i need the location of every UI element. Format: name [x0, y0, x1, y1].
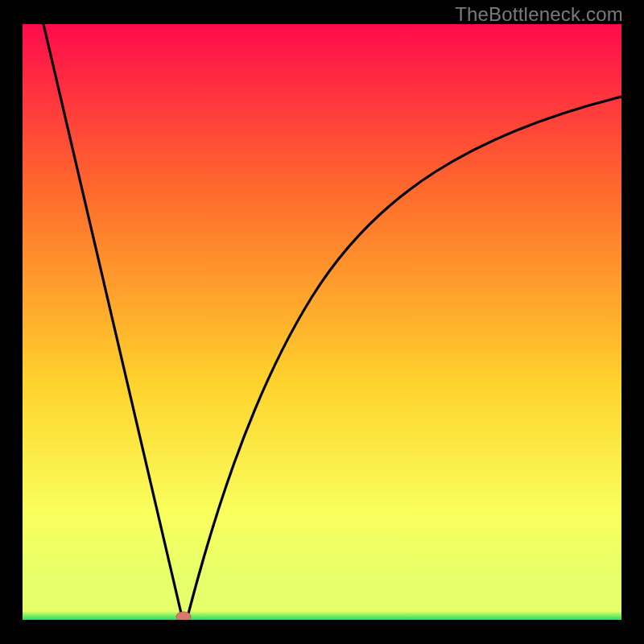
watermark-text: TheBottleneck.com	[455, 3, 623, 26]
chart-frame: TheBottleneck.com	[0, 0, 644, 644]
minimum-marker	[176, 612, 191, 620]
plot-area	[23, 24, 621, 620]
chart-svg	[23, 24, 621, 620]
